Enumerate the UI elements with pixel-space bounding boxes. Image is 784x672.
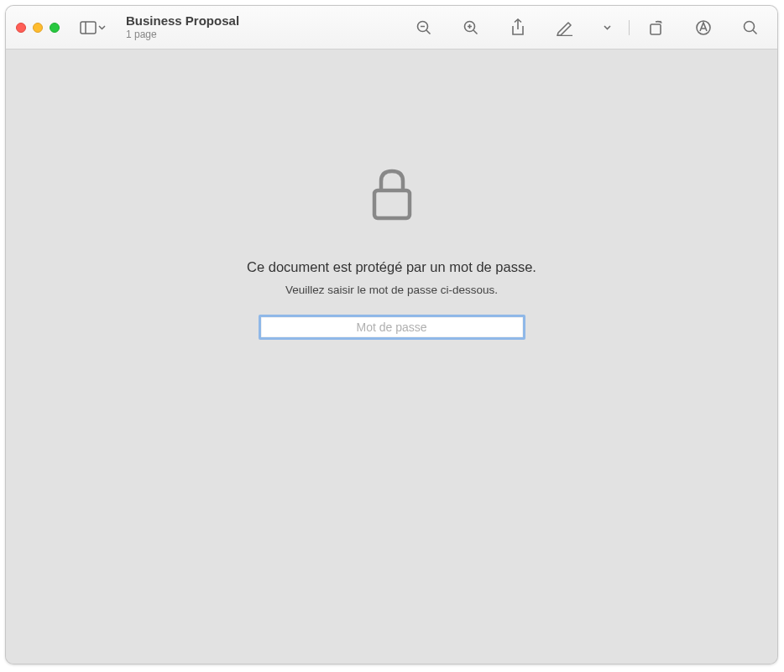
- svg-line-6: [473, 30, 478, 34]
- sidebar-icon: [80, 21, 97, 34]
- maximize-button[interactable]: [50, 23, 60, 33]
- title-block: Business Proposal 1 page: [126, 14, 239, 40]
- document-subtitle: 1 page: [126, 29, 239, 40]
- rotate-button[interactable]: [646, 18, 666, 38]
- content-area: Ce document est protégé par un mot de pa…: [6, 49, 777, 664]
- minimize-button[interactable]: [33, 23, 43, 33]
- window-controls: [16, 23, 60, 33]
- password-input[interactable]: [259, 315, 525, 340]
- document-title: Business Proposal: [126, 14, 239, 29]
- svg-line-3: [426, 30, 431, 34]
- toolbar: Business Proposal 1 page: [6, 6, 777, 49]
- chevron-down-icon: [98, 25, 106, 30]
- markup-button[interactable]: [555, 18, 575, 38]
- markup-options-button[interactable]: [602, 18, 612, 38]
- sidebar-toggle-button[interactable]: [75, 18, 111, 38]
- toolbar-separator: [629, 20, 630, 35]
- password-message-sub: Veuillez saisir le mot de passe ci-desso…: [285, 284, 498, 296]
- close-button[interactable]: [16, 23, 26, 33]
- zoom-in-button[interactable]: [461, 18, 481, 38]
- svg-line-13: [753, 30, 757, 34]
- svg-point-12: [745, 21, 755, 31]
- highlight-button[interactable]: [693, 18, 713, 38]
- search-button[interactable]: [740, 18, 760, 38]
- toolbar-actions: [414, 18, 760, 38]
- svg-rect-0: [81, 22, 96, 34]
- svg-rect-14: [374, 190, 410, 218]
- lock-icon: [371, 167, 413, 224]
- svg-rect-10: [651, 24, 661, 34]
- zoom-out-button[interactable]: [414, 18, 434, 38]
- password-message-main: Ce document est protégé par un mot de pa…: [247, 259, 536, 275]
- app-window: Business Proposal 1 page: [5, 5, 778, 664]
- share-button[interactable]: [508, 18, 528, 38]
